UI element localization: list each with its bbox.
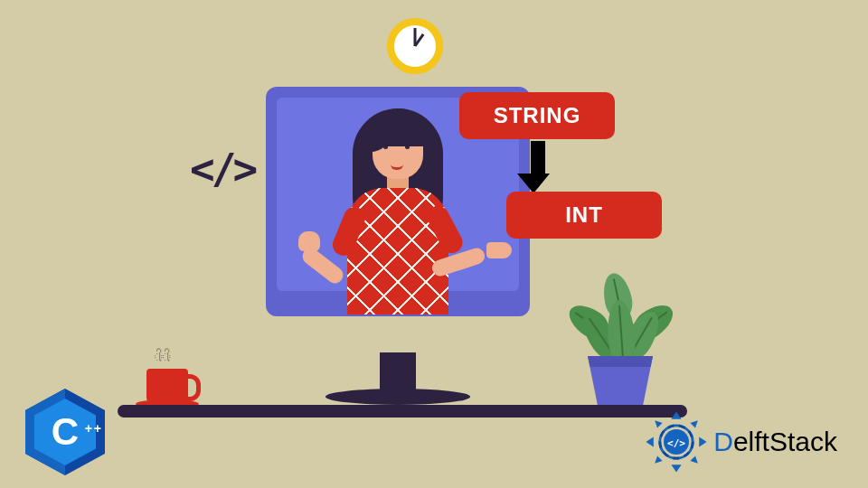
label-string: STRING xyxy=(459,92,615,139)
desk-surface xyxy=(118,405,687,418)
code-brackets-icon: </> xyxy=(190,145,254,193)
svg-text:</>: </> xyxy=(667,437,685,449)
cpp-language-badge: C + + xyxy=(25,389,105,475)
steam-icon: ᭄᭄ xyxy=(154,348,172,367)
delftstack-mark-icon: </> xyxy=(645,410,708,474)
delftstack-logo: </> DelftStack xyxy=(645,410,837,474)
svg-marker-0 xyxy=(672,411,682,418)
plus-icon: + xyxy=(94,421,101,436)
delftstack-wordmark: DelftStack xyxy=(713,427,837,457)
svg-marker-2 xyxy=(646,436,654,446)
monitor-base xyxy=(326,389,470,405)
svg-marker-4 xyxy=(655,420,662,427)
clock-icon xyxy=(387,18,443,74)
plant-leaves xyxy=(573,251,673,360)
svg-marker-3 xyxy=(699,436,706,446)
svg-marker-7 xyxy=(691,455,698,463)
cpp-letter: C xyxy=(25,389,105,475)
arrow-down-icon xyxy=(526,141,550,193)
label-int: INT xyxy=(506,192,662,239)
plus-icon: + xyxy=(85,421,92,436)
svg-marker-1 xyxy=(672,465,682,472)
svg-marker-6 xyxy=(655,455,662,463)
svg-marker-5 xyxy=(691,420,698,427)
plant-pot-icon xyxy=(588,356,653,405)
